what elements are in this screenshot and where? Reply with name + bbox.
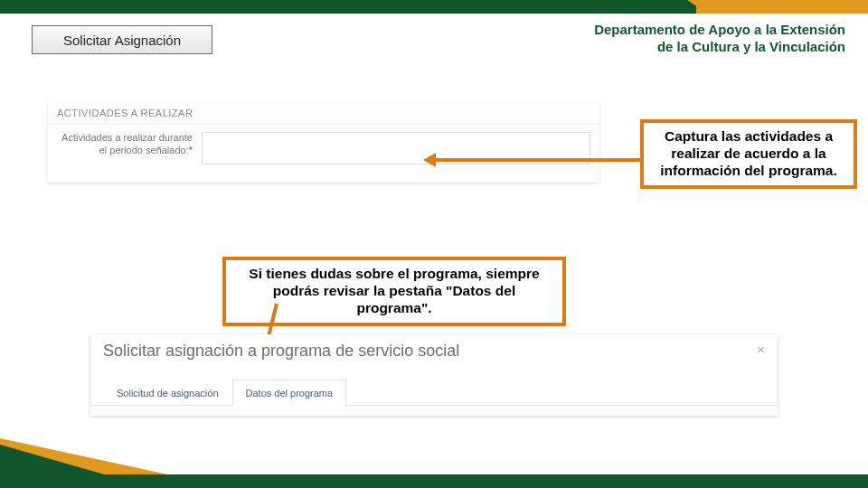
activities-field-label: Actividades a realizar durante el period…	[57, 132, 193, 157]
modal-panel: Solicitar asignación a programa de servi…	[90, 334, 778, 416]
top-bar	[0, 0, 868, 14]
tab-datos-programa[interactable]: Datos del programa	[232, 380, 347, 406]
tab-solicitud-asignacion[interactable]: Solicitud de asignación	[103, 380, 232, 406]
close-icon[interactable]: ×	[757, 342, 765, 357]
required-mark: *	[189, 145, 193, 155]
arrow-right-icon	[434, 158, 640, 162]
solicitar-asignacion-label: Solicitar Asignación	[63, 33, 181, 48]
activities-row: Actividades a realizar durante el period…	[48, 125, 599, 172]
department-title: Departamento de Apoyo a la Extensión de …	[594, 22, 845, 56]
modal-tabs: Solicitud de asignación Datos del progra…	[90, 379, 778, 406]
activities-section-title: ACTIVIDADES A REALIZAR	[48, 101, 599, 125]
callout-right: Captura las actividades a realizar de ac…	[640, 119, 857, 189]
department-line2: de la Cultura y la Vinculación	[594, 39, 845, 56]
callout-right-text: Captura las actividades a realizar de ac…	[660, 128, 837, 178]
tab-label: Datos del programa	[246, 388, 334, 399]
top-bar-wedge	[687, 0, 707, 14]
bottom-bar	[0, 474, 868, 488]
department-line1: Departamento de Apoyo a la Extensión	[594, 22, 845, 39]
activities-field-label-l2: el periodo señalado:	[99, 145, 189, 155]
tab-label: Solicitud de asignación	[117, 388, 219, 399]
activities-field-label-l1: Actividades a realizar durante	[61, 132, 193, 143]
modal-title: Solicitar asignación a programa de servi…	[90, 334, 778, 361]
activities-panel: ACTIVIDADES A REALIZAR Actividades a rea…	[48, 101, 599, 183]
header: Solicitar Asignación Departamento de Apo…	[0, 16, 868, 61]
solicitar-asignacion-button[interactable]: Solicitar Asignación	[32, 25, 212, 54]
